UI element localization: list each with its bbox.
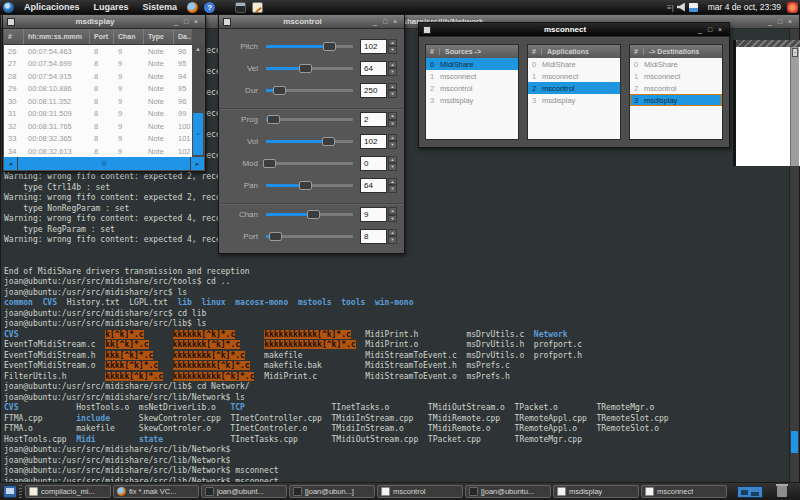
slider[interactable] (266, 209, 353, 220)
taskbar-button[interactable]: msconnect (641, 485, 727, 498)
slider-handle[interactable] (307, 210, 320, 219)
maximize-icon[interactable]: □ (775, 16, 785, 28)
table-row[interactable]: 30 00:08:11.352 8 9 Note 96 (4, 95, 192, 108)
maximize-icon[interactable]: □ (705, 24, 715, 36)
spin-down-icon[interactable]: ▼ (388, 90, 397, 98)
spin-up-icon[interactable]: ▲ (388, 112, 397, 120)
msconnect-window[interactable]: msconnect _ □ × # Sources -> 0 MidiShare (418, 22, 730, 148)
list-item[interactable]: 2 mscontrol (426, 82, 518, 94)
list-item[interactable]: 0 MidiShare (630, 58, 722, 70)
window-menu-icon[interactable] (423, 26, 431, 34)
scroll-right-icon[interactable]: ▸ (191, 157, 204, 170)
close-icon[interactable]: × (390, 16, 400, 28)
list-item[interactable]: 3 msdisplay (630, 94, 722, 106)
slider[interactable] (266, 180, 353, 191)
close-icon[interactable]: × (715, 24, 725, 36)
horizontal-scroll-thumb[interactable]: ||| (18, 157, 190, 170)
help-icon[interactable]: ? (204, 2, 215, 13)
slider-handle[interactable] (323, 42, 336, 51)
minimize-icon[interactable]: _ (370, 16, 380, 28)
slider[interactable] (266, 63, 353, 74)
taskbar-button[interactable]: fix *.mak VC... (113, 485, 199, 498)
show-desktop-icon[interactable] (3, 485, 17, 498)
taskbar-button[interactable]: [joan@ubun...] (289, 485, 375, 498)
workspace-switcher[interactable] (737, 486, 763, 498)
slider-handle[interactable] (322, 137, 335, 146)
notes-launcher-icon[interactable] (252, 2, 263, 13)
spin-down-icon[interactable]: ▼ (388, 215, 397, 223)
panel-menu[interactable]: Aplicaciones (17, 0, 87, 14)
table-row[interactable]: 32 00:08:31.765 8 9 Note 100 (4, 120, 192, 133)
window-menu-icon[interactable] (7, 18, 15, 26)
msdisplay-table-header[interactable]: # hh:mm:ss.mmm Port Chan Type Da.. (4, 29, 192, 45)
msconnect-titlebar[interactable]: msconnect _ □ × (419, 23, 729, 37)
list-item[interactable]: 1 msconnect (426, 70, 518, 82)
spin-down-icon[interactable]: ▼ (388, 163, 397, 171)
taskbar-button[interactable]: mscontrol (377, 485, 463, 498)
terminal-scroll-thumb[interactable] (791, 431, 798, 453)
spin-up-icon[interactable]: ▲ (388, 156, 397, 164)
mscontrol-window[interactable]: mscontrol _ □ × Pitch 102 ▲ ▼ (218, 14, 405, 254)
slider-handle[interactable] (273, 86, 286, 95)
firefox-icon[interactable] (187, 2, 198, 13)
list-item[interactable]: 0 MidiShare (426, 58, 518, 70)
table-row[interactable]: 31 00:08:31.509 8 9 Note 99 (4, 108, 192, 121)
maximize-icon[interactable]: □ (181, 16, 191, 28)
destinations-list[interactable]: 0 MidiShare 1 msconnect 2 mscontrol (630, 58, 722, 139)
column-header[interactable]: # (4, 29, 24, 44)
value-spinbox[interactable]: 8 (360, 229, 387, 244)
scroll-left-icon[interactable]: ◂ (4, 157, 17, 170)
distro-menu-icon[interactable] (3, 2, 14, 13)
spin-down-icon[interactable]: ▼ (388, 185, 397, 193)
partial-window-scrollbar[interactable]: - (790, 47, 799, 166)
taskbar-button[interactable]: compilacio_mi... (25, 485, 111, 498)
spin-up-icon[interactable]: ▲ (388, 61, 397, 69)
spin-down-icon[interactable]: ▼ (388, 141, 397, 149)
close-icon[interactable]: × (785, 16, 795, 28)
trash-icon[interactable] (777, 486, 787, 497)
column-header[interactable]: Chan (114, 29, 144, 44)
msdisplay-vertical-scrollbar[interactable]: ▲ = (192, 45, 204, 158)
slider[interactable] (266, 158, 353, 169)
msdisplay-event-list[interactable]: 26 00:07:54.463 8 9 Note 96 27 00:07:54.… (4, 45, 192, 158)
clock[interactable]: mar 4 de oct, 23:39 (702, 2, 787, 12)
logout-icon[interactable] (787, 2, 798, 13)
table-row[interactable]: 26 00:07:54.463 8 9 Note 96 (4, 45, 192, 58)
vertical-scroll-thumb[interactable]: = (193, 113, 203, 155)
panel-grip[interactable] (19, 485, 22, 498)
minimize-icon[interactable]: _ (695, 24, 705, 36)
table-row[interactable]: 34 00:08:32.613 8 9 Note 102 (4, 145, 192, 158)
spin-down-icon[interactable]: ▼ (388, 120, 397, 128)
slider[interactable] (266, 136, 353, 147)
taskbar-button[interactable]: joan@ubunt... (201, 485, 287, 498)
panel-menu[interactable]: Lugares (87, 0, 136, 14)
close-icon[interactable]: × (191, 16, 201, 28)
slider-handle[interactable] (299, 64, 312, 73)
spin-up-icon[interactable]: ▲ (388, 207, 397, 215)
maximize-icon[interactable]: □ (380, 16, 390, 28)
applications-list[interactable]: 0 MidiShare 1 msconnect 2 mscontrol (528, 58, 620, 139)
spin-up-icon[interactable]: ▲ (388, 134, 397, 142)
sources-list[interactable]: 0 MidiShare 1 msconnect 2 mscontrol (426, 58, 518, 139)
slider-handle[interactable] (267, 115, 280, 124)
spin-up-icon[interactable]: ▲ (388, 229, 397, 237)
partial-scroll-button[interactable]: - (792, 48, 798, 57)
slider[interactable] (266, 114, 353, 125)
mscontrol-titlebar[interactable]: mscontrol _ □ × (219, 15, 404, 29)
value-spinbox[interactable]: 250 (360, 83, 387, 98)
value-spinbox[interactable]: 9 (360, 207, 387, 222)
slider[interactable] (266, 85, 353, 96)
list-item[interactable]: 1 msconnect (630, 70, 722, 82)
input-method-icon[interactable] (689, 3, 698, 12)
table-row[interactable]: 33 00:08:32.365 8 9 Note 101 (4, 133, 192, 146)
slider-track[interactable] (266, 162, 353, 165)
value-spinbox[interactable]: 102 (360, 39, 387, 54)
spin-up-icon[interactable]: ▲ (388, 83, 397, 91)
msdisplay-window[interactable]: msdisplay _ □ × # hh:mm:ss.mmm Port Chan… (2, 14, 206, 172)
value-spinbox[interactable]: 64 (360, 178, 387, 193)
slider-handle[interactable] (263, 159, 276, 168)
window-menu-icon[interactable] (223, 18, 231, 26)
terminal-launcher-icon[interactable] (235, 2, 246, 13)
value-spinbox[interactable]: 64 (360, 61, 387, 76)
value-spinbox[interactable]: 2 (360, 112, 387, 127)
